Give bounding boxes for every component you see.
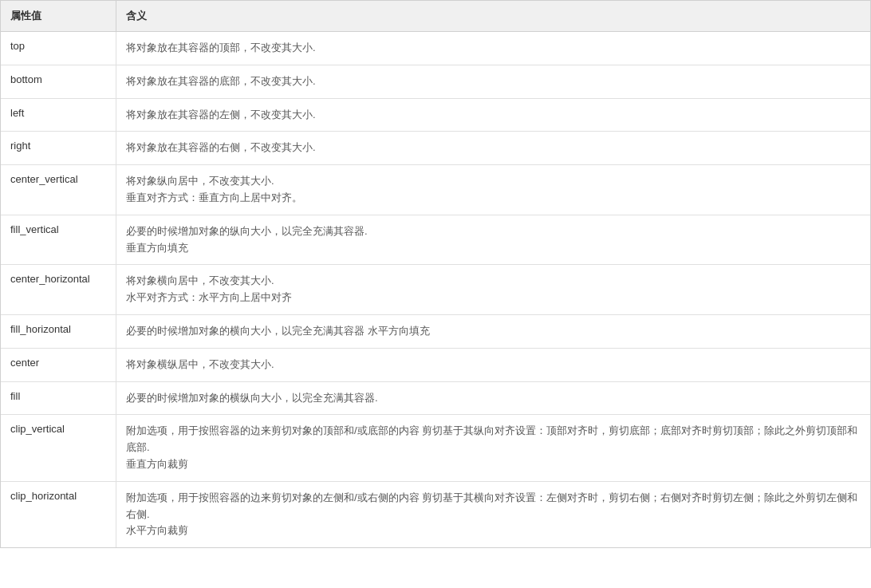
meaning-line: 附加选项，用于按照容器的边来剪切对象的顶部和/或底部的内容 剪切基于其纵向对齐设… [126,423,861,456]
main-table: 属性值 含义 top将对象放在其容器的顶部，不改变其大小.bottom将对象放在… [0,0,871,548]
header-attr: 属性值 [1,1,116,31]
attr-value: bottom [1,65,116,98]
attr-value: top [1,32,116,65]
meaning-value: 必要的时候增加对象的纵向大小，以完全充满其容器.垂直方向填充 [116,215,870,265]
meaning-line: 必要的时候增加对象的横纵向大小，以完全充满其容器. [126,390,861,407]
meaning-value: 附加选项，用于按照容器的边来剪切对象的顶部和/或底部的内容 剪切基于其纵向对齐设… [116,415,870,480]
attr-value: center_horizontal [1,265,116,314]
attr-value: fill_vertical [1,215,116,265]
meaning-line: 水平对齐方式：水平方向上居中对齐 [126,290,861,306]
meaning-line: 将对象放在其容器的顶部，不改变其大小. [126,40,861,57]
meaning-value: 将对象放在其容器的左侧，不改变其大小. [116,99,870,132]
attr-value: fill [1,382,116,415]
meaning-line: 垂直方向裁剪 [126,456,861,473]
meaning-line: 垂直方向填充 [126,240,861,257]
meaning-value: 将对象横向居中，不改变其大小.水平对齐方式：水平方向上居中对齐 [116,265,870,314]
table-row: clip_horizontal附加选项，用于按照容器的边来剪切对象的左侧和/或右… [1,482,870,547]
meaning-value: 必要的时候增加对象的横纵向大小，以完全充满其容器. [116,382,870,415]
meaning-line: 将对象放在其容器的左侧，不改变其大小. [126,107,861,124]
meaning-value: 将对象横纵居中，不改变其大小. [116,349,870,381]
meaning-value: 将对象放在其容器的底部，不改变其大小. [116,65,870,98]
meaning-value: 附加选项，用于按照容器的边来剪切对象的左侧和/或右侧的内容 剪切基于其横向对齐设… [116,482,870,547]
table-row: clip_vertical附加选项，用于按照容器的边来剪切对象的顶部和/或底部的… [1,415,870,481]
meaning-line: 将对象放在其容器的底部，不改变其大小. [126,73,861,90]
attr-value: right [1,132,116,164]
table-row: right将对象放在其容器的右侧，不改变其大小. [1,132,870,165]
attr-value: left [1,99,116,132]
attr-value: clip_vertical [1,415,116,480]
table-row: fill_vertical必要的时候增加对象的纵向大小，以完全充满其容器.垂直方… [1,215,870,266]
meaning-line: 将对象横纵居中，不改变其大小. [126,357,861,373]
meaning-line: 水平方向裁剪 [126,523,861,539]
table-body: top将对象放在其容器的顶部，不改变其大小.bottom将对象放在其容器的底部，… [1,32,870,547]
meaning-line: 必要的时候增加对象的横向大小，以完全充满其容器 水平方向填充 [126,323,861,340]
header-meaning: 含义 [116,1,870,31]
table-row: fill必要的时候增加对象的横纵向大小，以完全充满其容器. [1,382,870,416]
meaning-value: 将对象放在其容器的右侧，不改变其大小. [116,132,870,164]
table-row: center_vertical将对象纵向居中，不改变其大小.垂直对齐方式：垂直方… [1,165,870,215]
meaning-value: 将对象放在其容器的顶部，不改变其大小. [116,32,870,65]
meaning-value: 必要的时候增加对象的横向大小，以完全充满其容器 水平方向填充 [116,315,870,348]
table-row: center_horizontal将对象横向居中，不改变其大小.水平对齐方式：水… [1,265,870,315]
meaning-line: 必要的时候增加对象的纵向大小，以完全充满其容器. [126,223,861,240]
meaning-value: 将对象纵向居中，不改变其大小.垂直对齐方式：垂直方向上居中对齐。 [116,165,870,215]
table-row: bottom将对象放在其容器的底部，不改变其大小. [1,65,870,99]
meaning-line: 将对象横向居中，不改变其大小. [126,273,861,290]
meaning-line: 将对象纵向居中，不改变其大小. [126,173,861,190]
attr-value: center_vertical [1,165,116,215]
attr-value: clip_horizontal [1,482,116,547]
table-header: 属性值 含义 [1,1,870,32]
meaning-line: 附加选项，用于按照容器的边来剪切对象的左侧和/或右侧的内容 剪切基于其横向对齐设… [126,490,861,523]
meaning-line: 将对象放在其容器的右侧，不改变其大小. [126,140,861,156]
attr-value: center [1,349,116,381]
table-row: top将对象放在其容器的顶部，不改变其大小. [1,32,870,65]
table-row: fill_horizontal必要的时候增加对象的横向大小，以完全充满其容器 水… [1,315,870,349]
attr-value: fill_horizontal [1,315,116,348]
table-row: left将对象放在其容器的左侧，不改变其大小. [1,99,870,132]
meaning-line: 垂直对齐方式：垂直方向上居中对齐。 [126,190,861,207]
table-row: center将对象横纵居中，不改变其大小. [1,349,870,382]
